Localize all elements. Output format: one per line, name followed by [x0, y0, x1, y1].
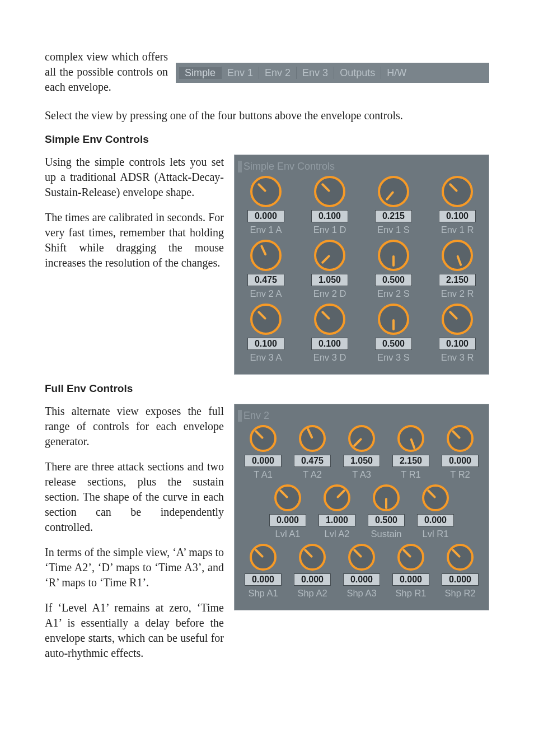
- knob-env-1-d[interactable]: 0.100Env 1 D: [305, 176, 354, 235]
- knob-label: Env 3 R: [441, 352, 474, 363]
- knob-value[interactable]: 1.050: [311, 274, 348, 286]
- knob-dial[interactable]: [397, 544, 424, 571]
- knob-value[interactable]: 2.150: [439, 274, 476, 286]
- knob-env-2-r[interactable]: 2.150Env 2 R: [433, 240, 482, 299]
- knob-value[interactable]: 0.500: [375, 274, 412, 286]
- knob-dial[interactable]: [378, 304, 409, 335]
- knob-dial[interactable]: [442, 304, 473, 335]
- tab-env-1[interactable]: Env 1: [222, 67, 259, 79]
- knob-label: Sustain: [371, 529, 401, 539]
- knob-dial[interactable]: [250, 425, 277, 452]
- knob-label: Env 3 A: [250, 352, 282, 363]
- knob-env-1-a[interactable]: 0.000Env 1 A: [241, 176, 291, 235]
- knob-indicator: [386, 191, 395, 201]
- knob-t-a3[interactable]: 1.050T A3: [340, 425, 383, 480]
- knob-indicator: [307, 428, 313, 439]
- knob-lvl-r1[interactable]: 0.000Lvl R1: [414, 484, 457, 539]
- knob-env-2-d[interactable]: 1.050Env 2 D: [305, 240, 354, 299]
- knob-label: Env 1 A: [250, 225, 282, 235]
- knob-value[interactable]: 1.000: [318, 514, 355, 526]
- knob-value[interactable]: 0.000: [343, 573, 380, 586]
- knob-value[interactable]: 2.150: [392, 455, 429, 467]
- knob-value[interactable]: 0.000: [392, 573, 429, 586]
- tab-hw[interactable]: H/W: [381, 67, 412, 79]
- knob-value[interactable]: 0.100: [311, 210, 348, 222]
- knob-value[interactable]: 0.000: [247, 210, 284, 222]
- knob-dial[interactable]: [314, 304, 345, 335]
- knob-env-3-a[interactable]: 0.100Env 3 A: [241, 304, 291, 363]
- knob-dial[interactable]: [299, 425, 326, 452]
- knob-env-3-r[interactable]: 0.100Env 3 R: [433, 304, 482, 363]
- knob-value[interactable]: 0.475: [247, 274, 284, 286]
- knob-t-a2[interactable]: 0.475T A2: [291, 425, 334, 480]
- knob-lvl-a1[interactable]: 0.000Lvl A1: [266, 484, 310, 539]
- knob-shp-a1[interactable]: 0.000Shp A1: [241, 544, 285, 599]
- knob-value[interactable]: 0.475: [294, 455, 331, 467]
- knob-label: Env 3 S: [377, 352, 410, 363]
- knob-env-2-s[interactable]: 0.500Env 2 S: [369, 240, 418, 299]
- knob-sustain[interactable]: 0.500Sustain: [364, 484, 408, 539]
- knob-dial[interactable]: [442, 240, 473, 271]
- knob-label: T R2: [450, 469, 470, 480]
- knob-value[interactable]: 0.000: [294, 573, 331, 586]
- knob-shp-r2[interactable]: 0.000Shp R2: [438, 544, 482, 599]
- knob-dial[interactable]: [447, 425, 474, 452]
- knob-dial[interactable]: [314, 240, 345, 271]
- knob-value[interactable]: 0.000: [269, 514, 306, 526]
- knob-env-3-d[interactable]: 0.100Env 3 D: [305, 304, 354, 363]
- knob-dial[interactable]: [373, 484, 400, 511]
- knob-value[interactable]: 0.100: [439, 210, 476, 222]
- knob-dial[interactable]: [299, 544, 326, 571]
- knob-value[interactable]: 0.100: [311, 338, 348, 350]
- knob-value[interactable]: 0.500: [375, 338, 412, 350]
- knob-env-2-a[interactable]: 0.475Env 2 A: [241, 240, 291, 299]
- knob-dial[interactable]: [397, 425, 424, 452]
- knob-value[interactable]: 1.050: [343, 455, 380, 467]
- knob-env-1-r[interactable]: 0.100Env 1 R: [433, 176, 482, 235]
- knob-lvl-a2[interactable]: 1.000Lvl A2: [315, 484, 359, 539]
- knob-indicator: [254, 430, 264, 439]
- knob-value[interactable]: 0.215: [375, 210, 412, 222]
- knob-dial[interactable]: [250, 544, 277, 571]
- knob-shp-a2[interactable]: 0.000Shp A2: [291, 544, 334, 599]
- knob-t-r1[interactable]: 2.150T R1: [389, 425, 433, 480]
- knob-value[interactable]: 0.100: [439, 338, 476, 350]
- knob-value[interactable]: 0.100: [247, 338, 284, 350]
- knob-dial[interactable]: [314, 176, 345, 207]
- knob-label: Lvl A1: [275, 529, 301, 539]
- knob-t-r2[interactable]: 0.000T R2: [438, 425, 482, 480]
- knob-dial[interactable]: [378, 176, 409, 207]
- knob-dial[interactable]: [422, 484, 449, 511]
- knob-env-3-s[interactable]: 0.500Env 3 S: [369, 304, 418, 363]
- knob-shp-r1[interactable]: 0.000Shp R1: [389, 544, 433, 599]
- tab-env-3[interactable]: Env 3: [297, 67, 334, 79]
- knob-row: 0.475Env 2 A1.050Env 2 D0.500Env 2 S2.15…: [241, 240, 482, 299]
- tab-simple[interactable]: Simple: [179, 67, 221, 79]
- knob-shp-a3[interactable]: 0.000Shp A3: [340, 544, 383, 599]
- knob-value[interactable]: 0.000: [442, 455, 479, 467]
- simple-p2: The times are calibrated in seconds. For…: [45, 210, 224, 270]
- knob-value[interactable]: 0.000: [245, 573, 282, 586]
- knob-t-a1[interactable]: 0.000T A1: [241, 425, 285, 480]
- knob-indicator: [427, 489, 436, 498]
- knob-env-1-s[interactable]: 0.215Env 1 S: [369, 176, 418, 235]
- knob-indicator: [279, 489, 288, 498]
- knob-value[interactable]: 0.000: [417, 514, 454, 526]
- knob-dial[interactable]: [447, 544, 474, 571]
- knob-value[interactable]: 0.000: [442, 573, 479, 586]
- knob-dial[interactable]: [442, 176, 473, 207]
- knob-dial[interactable]: [250, 240, 282, 271]
- knob-value[interactable]: 0.500: [368, 514, 405, 526]
- knob-dial[interactable]: [378, 240, 409, 271]
- tab-env-2[interactable]: Env 2: [259, 67, 296, 79]
- knob-value[interactable]: 0.000: [245, 455, 282, 467]
- knob-indicator: [392, 319, 395, 330]
- knob-dial[interactable]: [324, 484, 350, 511]
- knob-dial[interactable]: [250, 304, 282, 335]
- knob-dial[interactable]: [348, 544, 375, 571]
- knob-dial[interactable]: [274, 484, 301, 511]
- tab-outputs[interactable]: Outputs: [334, 67, 381, 79]
- knob-dial[interactable]: [250, 176, 282, 207]
- knob-dial[interactable]: [348, 425, 375, 452]
- simple-env-panel: Simple Env Controls 0.000Env 1 A0.100Env…: [234, 155, 489, 375]
